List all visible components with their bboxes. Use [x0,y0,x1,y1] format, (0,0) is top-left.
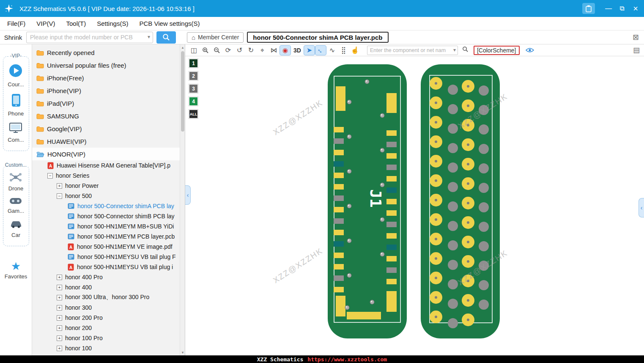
tree-item[interactable]: SAMSUNG [32,110,180,122]
member-center-button[interactable]: ⌂ Member Center [187,32,244,43]
tree-item[interactable]: HUAWEI(VIP) [32,135,180,148]
probe-icon[interactable]: ⌖ [257,46,268,55]
net-search-icon[interactable] [462,46,469,54]
pad-array-icon[interactable]: ⣿ [338,46,349,55]
tree-item[interactable]: Ahonor 500-HN1MEYM VE image.pdf [32,242,180,252]
net-search-input[interactable] [367,46,458,55]
layers-panel-icon[interactable]: ▤ [633,46,640,55]
tree-item[interactable]: honor 500-HN1MEYM PCB layer.pcb [32,231,180,242]
tree-item[interactable]: AHuawei Hisense RAM General Table[VIP].p [32,160,180,170]
chevron-down-icon[interactable]: ▾ [453,47,456,53]
expand-icon[interactable]: + [57,346,62,351]
expand-icon[interactable]: + [57,295,62,300]
expand-icon[interactable]: + [57,183,62,189]
tree-item[interactable]: Universal popular files (free) [32,59,180,72]
sidebar-item-computer[interactable]: Com... [8,123,24,143]
tree-item[interactable]: Ahonor 500-HN1MEYSU VB tail plug i [32,262,180,272]
tree-item[interactable]: −honor 500 [32,191,180,201]
tree-item[interactable]: +honor 400 Pro [32,272,180,282]
model-search-button[interactable] [156,31,176,44]
expand-icon[interactable]: + [57,305,62,311]
collapse-icon[interactable]: − [47,173,53,179]
eye-icon[interactable] [526,47,534,53]
scrollbar-thumb[interactable] [181,51,184,132]
tree-item[interactable]: Google(VIP) [32,122,180,135]
expand-icon[interactable]: + [57,275,62,280]
model-search-input[interactable] [26,32,153,43]
expand-icon[interactable]: + [57,325,62,331]
sidebar-item-games[interactable]: Gam... [8,198,24,214]
3d-view-button[interactable]: 3D [291,47,303,54]
sidebar-item-phone[interactable]: Phone [8,94,24,117]
open-document-tab[interactable]: honor 500-Connector shimA PCB layer.pcb [247,32,388,43]
minimize-button[interactable]: — [602,0,615,17]
color-scheme-button[interactable]: [ColorScheme] [474,46,520,55]
scroll-down-icon[interactable]: ▾ [180,350,185,355]
close-all-tabs-icon[interactable]: ⊠ [633,33,639,42]
tree-item[interactable]: +honor 200 Pro [32,313,180,323]
layer-button-2[interactable]: 2 [189,72,198,80]
member-center-label: Member Center [198,34,239,41]
layer-button-all[interactable]: ALL [189,110,198,118]
tree-item[interactable]: honor 500-Connector shimA PCB lay [32,201,180,211]
expand-icon[interactable]: + [57,315,62,321]
menu-settings[interactable]: Settings(S) [91,17,134,30]
expand-right-panel-handle[interactable]: ‹ [639,198,644,217]
sidebar-item-favorites[interactable]: ★ Favorites [5,261,27,280]
measure-icon[interactable]: ↔ [315,46,326,55]
pan-hand-icon[interactable]: ☝ [350,46,360,55]
tree-item[interactable]: +honor 100 Pro [32,333,180,343]
rotate-right-icon[interactable]: ↻ [246,46,256,55]
pcb-viewport[interactable]: J1XZZ@XZZHKXZZ@XZZHKXZZ@XZZHKXZZ@XZZHK 1… [185,56,644,355]
menu-vip[interactable]: VIP(V) [31,17,60,30]
phone-icon [11,94,21,109]
tree-item[interactable]: +honor 300 Ultra、honor 300 Pro [32,292,180,302]
tree-item[interactable]: honor 500-HN1MEYSU VB tail plug F [32,252,180,262]
tree-item[interactable]: +honor 300 [32,302,180,313]
tree-scrollbar[interactable]: ▴ ▾ [180,44,185,355]
curve-wire-icon[interactable]: ∿ [327,46,337,55]
rotate-left-icon[interactable]: ↺ [234,46,245,55]
pcb-canvas[interactable]: J1XZZ@XZZHKXZZ@XZZHKXZZ@XZZHKXZZ@XZZHK [185,56,644,355]
scroll-up-icon[interactable]: ▴ [180,45,185,50]
layer-button-4[interactable]: 4 [189,97,198,106]
shrink-button[interactable]: Shrink [0,34,26,41]
sidebar-item-drone[interactable]: Drone [8,173,23,192]
menu-tool[interactable]: Tool(T) [61,17,92,30]
highlight-net-icon[interactable]: ◉ [280,46,290,55]
collapse-icon[interactable]: − [57,193,62,199]
expand-icon[interactable]: + [57,285,62,290]
tree-item-label: honor 500 [65,192,92,199]
tree-item[interactable]: +honor 400 [32,282,180,292]
zoom-out-icon[interactable] [211,46,222,55]
tree-item[interactable]: honor 500-HN1MEYM MB+SUB YiDi [32,221,180,231]
tree-item[interactable]: honor 500-Connector shimB PCB lay [32,211,180,221]
pdf-icon: A [68,264,74,271]
zoom-in-icon[interactable] [200,46,211,55]
jump-arrow-icon[interactable]: ➤ [304,46,315,55]
expand-icon[interactable]: + [57,336,62,341]
tree-item[interactable]: iPad(VIP) [32,97,180,110]
tree-item[interactable]: iPhone(Free) [32,72,180,84]
menu-file[interactable]: File(F) [2,17,31,30]
layer-button-1[interactable]: 1 [189,59,198,68]
clipboard-button[interactable] [582,3,595,14]
tree-item[interactable]: +honor 200 [32,323,180,333]
tree-item[interactable]: +honor Power [32,181,180,191]
tree-item[interactable]: −honor Series [32,170,180,181]
split-view-icon[interactable]: ◫ [189,46,199,55]
collapse-tree-handle[interactable]: ‹ [185,185,191,205]
layer-button-3[interactable]: 3 [189,84,198,93]
tree-item[interactable]: +honor 100 [32,343,180,353]
tree-item[interactable]: HONOR(VIP) [32,148,180,160]
chevron-down-icon[interactable]: ▾ [148,34,150,40]
restore-button[interactable]: ⧉ [615,0,629,17]
sidebar-item-car[interactable]: Car [10,220,22,238]
menu-pcb-view-settings[interactable]: PCB View settings(S) [134,17,205,30]
tree-item[interactable]: iPhone(VIP) [32,84,180,97]
sidebar-item-courses[interactable]: Cour... [8,63,24,88]
refresh-icon[interactable]: ⟳ [223,46,233,55]
mirror-icon[interactable]: ⋈ [269,46,279,55]
tree-item[interactable]: Recently opened [32,46,180,59]
close-button[interactable]: × [629,0,642,17]
